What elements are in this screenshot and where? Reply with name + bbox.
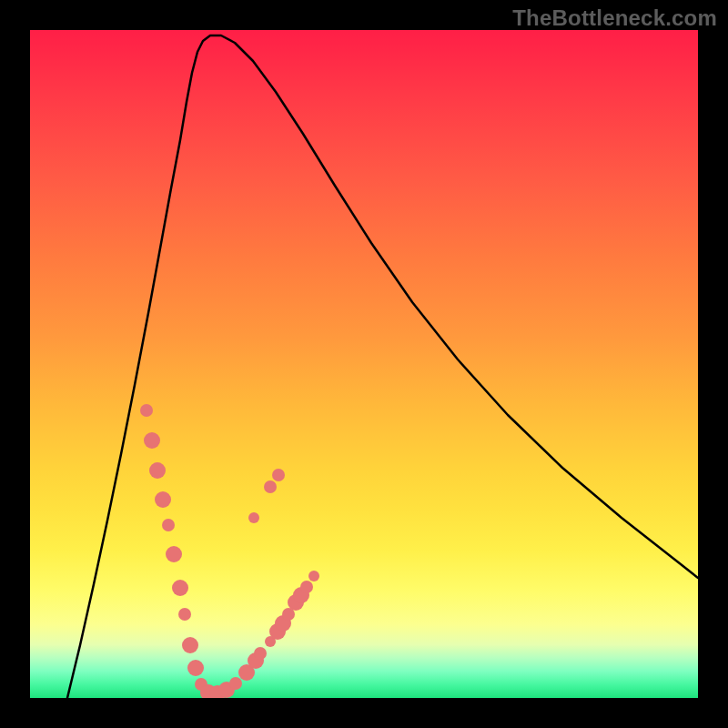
plot-area [30,30,698,698]
marker-dot [172,580,188,596]
plot-svg [30,30,698,698]
marker-dot [149,462,166,479]
marker-dot [248,512,259,523]
marker-dot [308,571,319,581]
marker-dot [254,647,267,660]
marker-dot [166,546,182,562]
marker-dot [140,404,153,417]
marker-dot [155,491,171,508]
marker-dot [178,608,191,621]
bottleneck-curve [67,35,698,698]
marker-dot [162,519,175,531]
marker-dot [272,469,285,481]
marker-dot [264,480,277,493]
chart-frame: TheBottleneck.com [0,0,728,728]
marker-dot [182,637,198,653]
curve-markers [140,404,319,698]
marker-dot [229,677,242,690]
marker-dot [300,581,313,593]
marker-dot [144,432,160,449]
watermark-text: TheBottleneck.com [512,5,717,31]
marker-dot [187,660,204,676]
